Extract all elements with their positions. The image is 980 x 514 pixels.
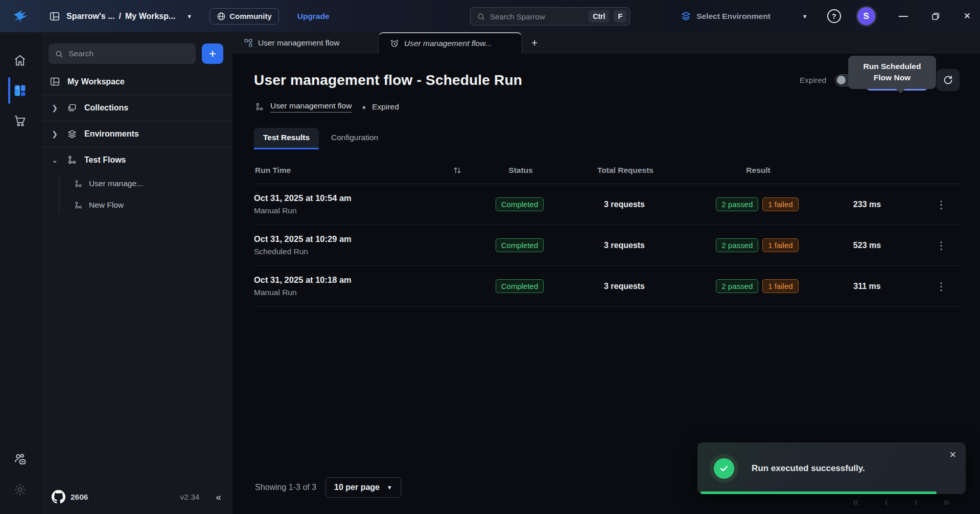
rail-workspace-button[interactable] [0,75,40,106]
row-menu-button[interactable]: ⋮ [936,199,946,210]
tab-user-management-flow[interactable]: User management flow [232,32,378,54]
run-duration: 311 ms [831,282,903,291]
sidebar-footer: 2606 v2.34 « [40,482,232,514]
breadcrumb-separator: / [119,12,121,21]
content-tabs: Test Results Configuration [254,128,960,148]
failed-badge: 1 failed [762,238,798,252]
toast-message: Run executed successfully. [752,463,865,474]
chevron-down-icon[interactable]: ⌄ [50,156,60,164]
per-page-value: 10 per page [334,483,380,492]
table-header: Run Time Status Total Requests Result [254,165,960,184]
sidebar-search[interactable] [49,43,196,64]
sidebar-item-label: Environments [84,129,139,139]
layers-icon [681,11,691,21]
workspace-grid-icon [13,83,27,98]
workspace-icon [49,11,60,22]
chevron-right-icon[interactable]: ❯ [50,130,60,138]
total-requests-value: 3 requests [566,282,683,291]
tab-schedule-run-active[interactable]: User management flow... [378,32,522,54]
passed-badge: 2 passed [716,238,758,252]
toast-close-icon[interactable]: ✕ [949,450,956,460]
new-tab-button[interactable]: + [522,37,547,49]
collections-icon [67,103,77,113]
tab-label: User management flow [258,38,339,48]
tab-test-results[interactable]: Test Results [254,128,319,148]
run-duration: 523 ms [831,241,903,250]
restore-icon [931,12,940,21]
status-badge: Completed [496,197,544,211]
status-badge: Completed [496,238,544,252]
sidebar-item-test-flows[interactable]: ⌄ Test Flows [40,147,232,173]
showing-range: Showing 1-3 of 3 [255,483,316,492]
rail-home-button[interactable] [0,46,40,75]
sort-icon[interactable] [452,165,462,175]
sidebar-workspace-row[interactable]: My Workspace [40,73,232,95]
global-search[interactable]: Ctrl F [470,7,630,26]
run-type: Scheduled Run [254,247,474,256]
per-page-select[interactable]: 10 per page ▼ [325,477,401,498]
pagination-prev-button[interactable]: ‹ [884,496,888,509]
col-run-time: Run Time [255,166,291,175]
close-button[interactable]: ✕ [964,11,971,21]
alarm-clock-icon [390,39,399,48]
per-page-caret-icon: ▼ [387,484,392,490]
tab-configuration[interactable]: Configuration [322,128,387,148]
test-flows-children: User manage... New Flow [40,173,232,216]
flow-name-link[interactable]: User management flow [270,101,352,113]
row-menu-button[interactable]: ⋮ [936,240,946,251]
add-new-button[interactable]: + [202,43,223,64]
help-button[interactable]: ? [827,9,841,23]
gear-icon [13,483,27,497]
community-badge[interactable]: Community [209,8,279,25]
minimize-button[interactable]: — [899,11,907,21]
toggle-knob [837,76,846,84]
rail-community-button[interactable] [0,444,40,475]
pagination-next-button[interactable]: › [914,496,917,509]
sidebar-item-collections[interactable]: ❯ Collections [40,95,232,121]
avatar[interactable]: S [857,7,875,25]
collapse-sidebar-icon[interactable]: « [216,491,221,503]
breadcrumb[interactable]: Sparrow's ... / My Worksp... [66,12,175,21]
tab-label: User management flow... [404,39,492,48]
col-total-requests: Total Requests [567,166,684,175]
flow-icon [74,201,83,210]
f-key-badge: F [614,10,626,23]
table-row[interactable]: Oct 31, 2025 at 10:54 am Manual Run Comp… [254,184,960,225]
upgrade-link[interactable]: Upgrade [297,12,330,21]
refresh-button[interactable] [937,69,960,91]
global-search-input[interactable] [490,12,584,21]
run-type: Manual Run [254,206,474,215]
toast-progress-bar [701,491,937,494]
table-row[interactable]: Oct 31, 2025 at 10:29 am Scheduled Run C… [254,225,960,266]
failed-badge: 1 failed [762,197,798,211]
table-row[interactable]: Oct 31, 2025 at 10:18 am Manual Run Comp… [254,266,960,307]
pagination-first-button[interactable]: « [853,496,859,509]
col-result: Result [684,166,832,175]
rail-marketplace-button[interactable] [0,106,40,136]
sidebar-flow-item[interactable]: User manage... [69,173,232,194]
row-menu-button[interactable]: ⋮ [936,281,946,292]
pagination-last-button[interactable]: » [943,496,949,509]
sidebar-search-input[interactable] [68,49,190,58]
restore-button[interactable] [931,12,940,21]
run-datetime: Oct 31, 2025 at 10:29 am [254,234,474,244]
ctrl-key-badge: Ctrl [589,10,609,23]
chevron-right-icon[interactable]: ❯ [50,104,60,112]
run-type: Manual Run [254,288,474,297]
passed-badge: 2 passed [716,279,758,293]
community-label: Community [229,12,272,20]
failed-badge: 1 failed [762,279,798,293]
flow-item-label: New Flow [89,200,124,210]
pagination-controls: « ‹ › » [853,496,949,509]
environment-selector[interactable]: Select Environment ▼ [681,11,808,21]
workspace-dropdown-caret-icon[interactable]: ▼ [186,13,192,19]
sidebar-flow-item[interactable]: New Flow [69,194,232,216]
sidebar-item-environments[interactable]: ❯ Environments [40,121,232,147]
tooltip-line: Flow Now [853,72,931,83]
page-title: User management flow - Schedule Run [254,72,522,88]
flow-icon [74,180,83,188]
passed-badge: 2 passed [716,197,758,211]
rail-settings-button[interactable] [0,475,40,505]
github-icon[interactable] [52,490,65,504]
flow-breadcrumb-row: User management flow ● Expired [255,101,960,113]
